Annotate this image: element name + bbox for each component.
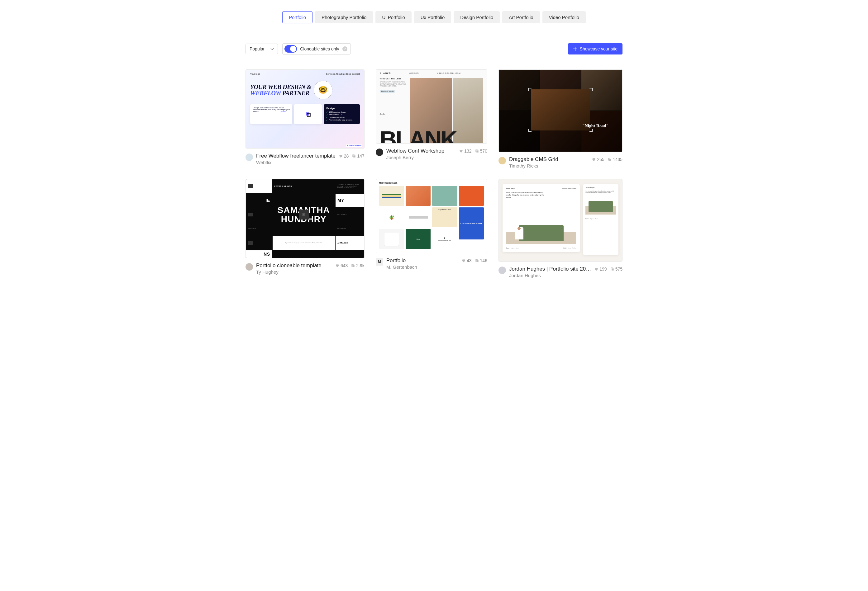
likes-stat[interactable]: 643 (335, 263, 348, 268)
grid-cell (246, 208, 272, 221)
card-author[interactable]: Webflix (256, 160, 335, 165)
author-avatar[interactable] (245, 263, 253, 271)
clone-icon (608, 157, 612, 162)
site-card: FOVERA HEALTH 20+ years of experience in… (245, 179, 365, 278)
tab-portfolio[interactable]: Portfolio (282, 11, 313, 24)
thumb-scene (506, 217, 576, 244)
likes-count: 255 (597, 157, 604, 162)
clones-stat[interactable]: 147 (352, 153, 364, 159)
tab-text: Home (585, 218, 589, 220)
author-avatar[interactable] (499, 267, 506, 274)
card-thumbnail[interactable]: Molly Gertenbach 🪴 Say hello to Citron A… (376, 179, 487, 253)
clones-stat[interactable]: 1435 (608, 157, 623, 162)
category-tabs: Portfolio Photography Portfolio Ui Portf… (245, 11, 623, 24)
card-text: Webflow Conf Workshop Joseph Berry (386, 148, 456, 160)
likes-stat[interactable]: 132 (459, 149, 471, 153)
made-in-webflow-badge: W Made in Webflow (346, 144, 362, 147)
card-text: Draggable CMS Grid Timothy Ricks (509, 156, 589, 168)
project-tile (379, 229, 404, 249)
clone-icon (351, 264, 355, 268)
cloneable-filter: Cloneable sites only ? (282, 43, 350, 55)
card-author[interactable]: Jordan Hughes (509, 273, 591, 278)
tab-photography-portfolio[interactable]: Photography Portfolio (315, 11, 373, 24)
card-stats: 43 146 (461, 258, 487, 263)
grid-cell: FOVERA HEALTH (273, 179, 335, 193)
sort-dropdown[interactable]: Popular (245, 44, 278, 54)
card-thumbnail[interactable]: BLANK® LONDON HELLO@BLANK.COM THROUGH TH… (376, 69, 487, 143)
crop-corner-icon (528, 88, 531, 91)
card-text: Portfolio cloneable template Ty Hughey (256, 262, 332, 275)
filters-left: Popular Cloneable sites only ? (245, 43, 351, 55)
tab-text: About (516, 248, 518, 249)
card-author[interactable]: Joseph Berry (386, 155, 456, 160)
card-title[interactable]: Webflow Conf Workshop (386, 148, 456, 154)
site-card: Molly Gertenbach 🪴 Say hello to Citron A… (376, 179, 487, 278)
card-meta: Draggable CMS Grid Timothy Ricks 255 143… (499, 152, 623, 168)
thumb-feature-cards: I design beautiful websites and brand id… (250, 104, 360, 124)
project-tile (379, 186, 404, 206)
card-stats: 28 147 (339, 153, 365, 159)
thumb-card-dark-title: Design (326, 107, 357, 110)
photo-frame (531, 89, 590, 130)
crop-corner-icon (528, 129, 531, 132)
tab-video-portfolio[interactable]: Video Portfolio (542, 11, 586, 24)
card-author[interactable]: M. Gertenbach (386, 264, 458, 270)
thumb-grid: 🪴 Say hello to Citron A FRESH NEW WAY TO… (379, 186, 484, 249)
thumb-hero: I'm a product designer from Australia ma… (585, 190, 616, 193)
thumb-big-word: BLANK (380, 128, 483, 143)
heart-icon (335, 264, 340, 268)
help-icon[interactable]: ? (342, 46, 347, 52)
clones-count: 2.9k (356, 263, 364, 268)
likes-stat[interactable]: 199 (594, 267, 607, 271)
tab-design-portfolio[interactable]: Design Portfolio (454, 11, 500, 24)
cards-grid: Your logo Services About me Blog Contact… (245, 69, 623, 278)
cloneable-toggle[interactable] (285, 45, 297, 53)
card-author[interactable]: Timothy Ricks (509, 163, 589, 168)
card-thumbnail[interactable]: FOVERA HEALTH 20+ years of experience in… (245, 179, 365, 258)
cloneable-toggle-label: Cloneable sites only (300, 46, 339, 52)
clones-stat[interactable]: 146 (475, 258, 487, 263)
card-title[interactable]: Draggable CMS Grid (509, 156, 589, 162)
showcase-site-button[interactable]: Showcase your site (568, 43, 623, 55)
author-avatar[interactable] (376, 149, 383, 156)
clones-stat[interactable]: 575 (610, 267, 623, 271)
tab-art-portfolio[interactable]: Art Portfolio (502, 11, 540, 24)
card-author[interactable]: Ty Hughey (256, 269, 332, 275)
author-avatar[interactable] (499, 157, 506, 164)
burger-icon (479, 72, 483, 75)
tab-label: Ux Portfolio (421, 15, 445, 20)
likes-count: 43 (467, 258, 472, 263)
card-title[interactable]: Free Webflow freelancer template (256, 153, 335, 159)
card-thumbnail[interactable]: Jordan Hughes Projects About Reading I'm… (499, 179, 623, 262)
heart-icon (459, 149, 463, 153)
thumb-headline-a: YOUR WEB DESIGN & (250, 84, 311, 90)
clone-icon (475, 258, 479, 263)
tab-ui-portfolio[interactable]: Ui Portfolio (375, 11, 411, 24)
card-title[interactable]: Portfolio cloneable template (256, 262, 332, 269)
tab-ux-portfolio[interactable]: Ux Portfolio (414, 11, 452, 24)
likes-stat[interactable]: 255 (592, 157, 604, 162)
showcase-button-label: Showcase your site (580, 46, 617, 52)
image-placeholder-icon (248, 241, 253, 245)
card-title[interactable]: Portfolio (386, 258, 458, 264)
likes-stat[interactable]: 28 (339, 153, 349, 159)
likes-count: 28 (344, 153, 349, 159)
project-tile (406, 186, 431, 206)
clones-stat[interactable]: 570 (475, 149, 487, 153)
author-avatar[interactable] (245, 153, 253, 161)
author-avatar[interactable]: M (376, 258, 383, 265)
image-placeholder-icon (248, 184, 253, 188)
card-thumbnail[interactable]: Your logo Services About me Blog Contact… (245, 69, 365, 149)
site-card: Jordan Hughes Projects About Reading I'm… (499, 179, 623, 278)
site-card: Your logo Services About me Blog Contact… (245, 69, 365, 168)
clones-stat[interactable]: 2.9k (351, 263, 364, 268)
grid-cell (246, 179, 272, 193)
tile-text: A FRESH NEW WAY TO BANK (460, 223, 482, 224)
plus-icon (573, 47, 577, 51)
grid-cell: MY (335, 194, 364, 207)
card-title[interactable]: Jordan Hughes | Portfolio site 20… (509, 266, 591, 272)
likes-stat[interactable]: 43 (461, 258, 472, 263)
thumb-city: LONDON (409, 72, 419, 75)
card-text: Jordan Hughes | Portfolio site 20… Jorda… (509, 266, 591, 278)
card-thumbnail[interactable]: "Night Road" (499, 69, 623, 152)
